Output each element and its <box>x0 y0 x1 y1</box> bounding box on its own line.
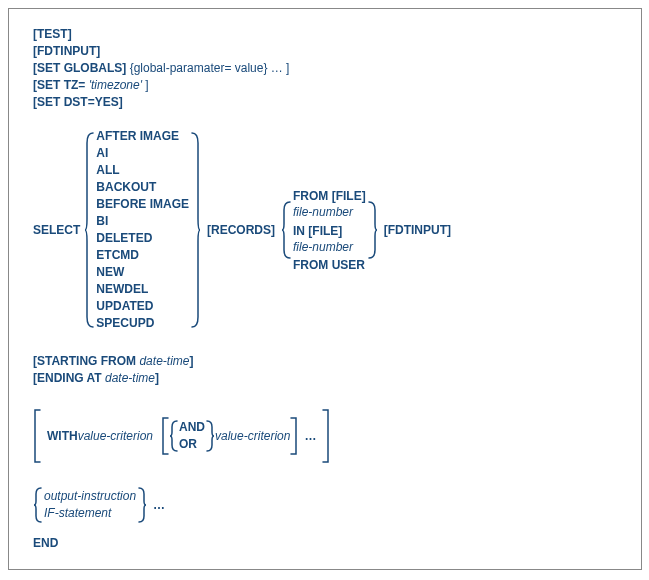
opt-ai: AI <box>96 146 189 161</box>
opt-etcmd: ETCMD <box>96 248 189 263</box>
set-globals-rest: {global-paramater= value} … ] <box>126 61 289 75</box>
bracket-left-icon <box>33 408 41 464</box>
set-tz-line: [SET TZ= 'timezone' ] <box>33 78 621 93</box>
brace-right-icon <box>368 200 378 260</box>
starting-from-line: [STARTING FROM date-time] <box>33 354 621 369</box>
from-file-val: file-number <box>293 205 366 220</box>
opt-before-image: BEFORE IMAGE <box>96 197 189 212</box>
brace-left-icon <box>281 200 291 260</box>
if-statement: IF-statement <box>44 506 136 521</box>
starting-close: ] <box>189 354 193 368</box>
ending-label: [ENDING AT <box>33 371 102 385</box>
opt-after-image: AFTER IMAGE <box>96 129 189 144</box>
brace-right-icon <box>206 419 215 453</box>
starting-val: date-time <box>136 354 189 368</box>
set-tz-label: [SET TZ= <box>33 78 85 92</box>
opt-backout: BACKOUT <box>96 180 189 195</box>
brace-right-icon <box>191 131 201 329</box>
set-globals-label: [SET GLOBALS] <box>33 61 126 75</box>
ending-val: date-time <box>102 371 155 385</box>
brace-right-icon <box>138 486 147 524</box>
select-options-group: AFTER IMAGE AI ALL BACKOUT BEFORE IMAGE … <box>84 128 201 332</box>
set-dst-line: [SET DST=YES] <box>33 95 621 110</box>
and-opt: AND <box>179 420 205 435</box>
with-clause: WITH value-criterion AND OR value-criter… <box>33 408 621 464</box>
syntax-diagram: [TEST] [FDTINPUT] [SET GLOBALS] {global-… <box>8 8 642 570</box>
or-opt: OR <box>179 437 205 452</box>
brace-left-icon <box>84 131 94 329</box>
fdtinput-right: [FDTINPUT] <box>384 223 451 238</box>
in-file: IN [FILE] file-number <box>293 223 366 256</box>
opt-updated: UPDATED <box>96 299 189 314</box>
with-vc2: value-criterion <box>215 429 290 444</box>
from-group: FROM [FILE] file-number IN [FILE] file-n… <box>281 187 378 274</box>
andor-group: AND OR <box>169 419 215 453</box>
set-tz-val: 'timezone' <box>85 78 142 92</box>
bracket-right-icon <box>322 408 330 464</box>
set-tz-close: ] <box>142 78 149 92</box>
output-items: output-instruction IF-statement <box>42 488 138 522</box>
output-ellipsis: … <box>153 498 165 513</box>
from-options: FROM [FILE] file-number IN [FILE] file-n… <box>291 187 368 274</box>
fdtinput-line: [FDTINPUT] <box>33 44 621 59</box>
with-vc1: value-criterion <box>78 429 153 444</box>
brace-left-icon <box>33 486 42 524</box>
select-keyword: SELECT <box>33 223 80 238</box>
ending-at-line: [ENDING AT date-time] <box>33 371 621 386</box>
opt-all: ALL <box>96 163 189 178</box>
andor-items: AND OR <box>178 419 206 453</box>
from-file-label: FROM [FILE] <box>293 189 366 204</box>
bracket-left-icon <box>161 416 169 456</box>
starting-label: [STARTING FROM <box>33 354 136 368</box>
with-label: WITH <box>47 429 78 444</box>
in-file-val: file-number <box>293 240 366 255</box>
bracket-right-icon <box>290 416 298 456</box>
end-keyword: END <box>33 536 621 551</box>
opt-deleted: DELETED <box>96 231 189 246</box>
opt-new: NEW <box>96 265 189 280</box>
opt-bi: BI <box>96 214 189 229</box>
test-line: [TEST] <box>33 27 621 42</box>
with-ellipsis: … <box>304 429 316 444</box>
ending-close: ] <box>155 371 159 385</box>
select-options: AFTER IMAGE AI ALL BACKOUT BEFORE IMAGE … <box>94 128 191 332</box>
from-file: FROM [FILE] file-number <box>293 188 366 221</box>
top-lines: [TEST] [FDTINPUT] [SET GLOBALS] {global-… <box>33 27 621 110</box>
from-user: FROM USER <box>293 258 366 273</box>
in-file-label: IN [FILE] <box>293 224 366 239</box>
output-instruction: output-instruction <box>44 489 136 504</box>
output-clause: output-instruction IF-statement … <box>33 486 621 524</box>
brace-left-icon <box>169 419 178 453</box>
records-keyword: [RECORDS] <box>207 223 275 238</box>
opt-newdel: NEWDEL <box>96 282 189 297</box>
select-row: SELECT AFTER IMAGE AI ALL BACKOUT BEFORE… <box>33 128 621 332</box>
opt-specupd: SPECUPD <box>96 316 189 331</box>
set-globals-line: [SET GLOBALS] {global-paramater= value} … <box>33 61 621 76</box>
